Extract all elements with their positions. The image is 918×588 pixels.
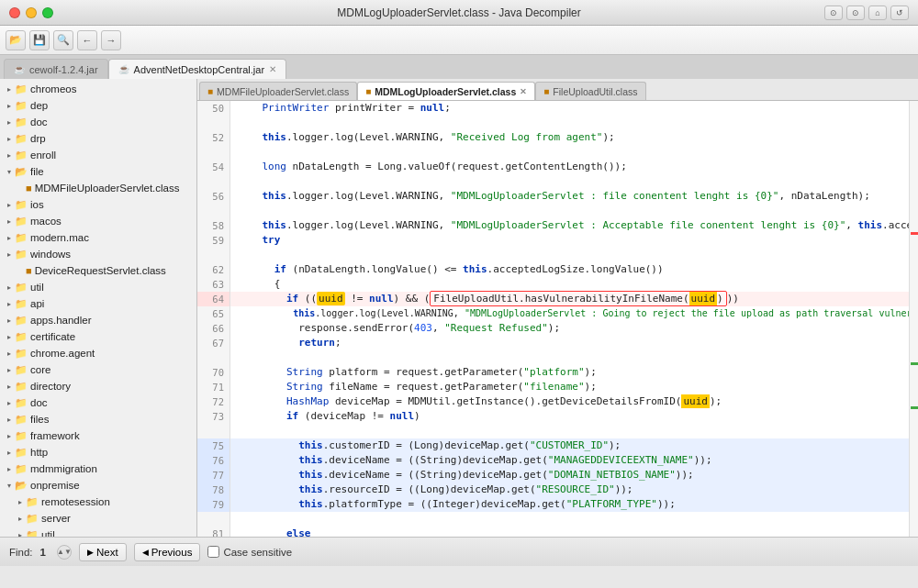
file-tab-fileupload[interactable]: ■ FileUploadUtil.class bbox=[535, 82, 645, 100]
tree-arrow: ▸ bbox=[4, 333, 15, 341]
tree-arrow: ▸ bbox=[4, 151, 15, 160]
sidebar-item-macos[interactable]: ▸📁macos bbox=[0, 213, 196, 229]
line-content: HashMap deviceMap = MDMUtil.getInstance(… bbox=[230, 394, 729, 409]
sidebar-item-directory[interactable]: ▸📁directory bbox=[0, 378, 196, 394]
toolbar-back[interactable]: ← bbox=[77, 30, 97, 50]
sidebar-item-doc2[interactable]: ▸📁doc bbox=[0, 394, 196, 411]
sidebar[interactable]: ▸📁chromeos▸📁dep▸📁doc▸📁drp▸📁enroll▾📂file■… bbox=[0, 79, 197, 537]
line-content: this.customerID = (Long)deviceMap.get("C… bbox=[230, 438, 628, 453]
minimize-button[interactable] bbox=[26, 7, 37, 18]
line-num bbox=[197, 424, 230, 438]
sidebar-item-api[interactable]: ▸📁api bbox=[0, 295, 196, 312]
maximize-button[interactable] bbox=[42, 7, 53, 18]
sidebar-item-doc[interactable]: ▸📁doc bbox=[0, 114, 196, 130]
sidebar-item-DeviceRequestServlet[interactable]: ■DeviceRequestServlet.class bbox=[0, 262, 196, 279]
line-content: if (nDataLength.longValue() <= this.acce… bbox=[230, 262, 671, 277]
code-scroll[interactable]: 50 PrintWriter printWriter = null; 52 th… bbox=[197, 101, 918, 537]
line-num bbox=[197, 204, 230, 218]
line-num: 59 bbox=[197, 233, 230, 248]
sidebar-item-label: dep bbox=[30, 100, 48, 111]
sidebar-item-chromeos[interactable]: ▸📁chromeos bbox=[0, 81, 196, 97]
line-num: 62 bbox=[197, 262, 230, 277]
sidebar-item-windows[interactable]: ▸📁windows bbox=[0, 246, 196, 262]
sidebar-item-drp[interactable]: ▸📁drp bbox=[0, 130, 196, 147]
toolbar-fwd[interactable]: → bbox=[101, 30, 121, 50]
folder-icon: 📁 bbox=[15, 116, 28, 128]
sidebar-item-framework[interactable]: ▸📁framework bbox=[0, 427, 196, 444]
line-content: if ((uuid != null) && (FileUploadUtil.ha… bbox=[230, 292, 746, 306]
file-tab-mdmlog-close[interactable]: ✕ bbox=[520, 87, 527, 96]
prev-button[interactable]: ◀ Previous bbox=[134, 543, 201, 561]
sidebar-item-enroll[interactable]: ▸📁enroll bbox=[0, 147, 196, 163]
class-icon-3: ■ bbox=[543, 86, 549, 96]
line-num: 79 bbox=[197, 497, 230, 512]
folder-icon: 📁 bbox=[26, 496, 39, 508]
line-content: if (deviceMap != null) bbox=[230, 409, 428, 424]
code-line-65: 65 this.logger.log(Level.WARNING, "MDMLo… bbox=[197, 306, 918, 321]
sidebar-item-files[interactable]: ▸📁files bbox=[0, 411, 196, 427]
tree-arrow: ▸ bbox=[4, 85, 15, 94]
line-num: 63 bbox=[197, 277, 230, 292]
tab-adventnet-close[interactable]: ✕ bbox=[269, 64, 276, 74]
nav-home[interactable]: ⌂ bbox=[868, 6, 887, 20]
code-line-72: 72 HashMap deviceMap = MDMUtil.getInstan… bbox=[197, 394, 918, 409]
folder-icon: 📁 bbox=[15, 463, 28, 475]
sidebar-item-label: remotesession bbox=[41, 496, 110, 507]
case-sensitive-input[interactable] bbox=[207, 546, 219, 558]
sidebar-item-file[interactable]: ▾📂file bbox=[0, 163, 196, 180]
sidebar-item-label: api bbox=[30, 298, 44, 309]
tree-arrow: ▸ bbox=[4, 383, 15, 391]
toolbar-save[interactable]: 💾 bbox=[29, 30, 50, 50]
sidebar-item-apps.handler[interactable]: ▸📁apps.handler bbox=[0, 312, 196, 328]
sidebar-item-label: MDMFileUploaderServlet.class bbox=[35, 183, 180, 194]
nav-fwd[interactable]: ⊙ bbox=[846, 6, 865, 20]
spinner: ▲▼ bbox=[57, 545, 72, 560]
code-line-78: 78 this.resourceID = ((Long)deviceMap.ge… bbox=[197, 483, 918, 497]
sidebar-item-mdmmigration[interactable]: ▸📁mdmmigration bbox=[0, 460, 196, 477]
sidebar-item-server[interactable]: ▸📁server bbox=[0, 510, 196, 527]
sidebar-item-http[interactable]: ▸📁http bbox=[0, 444, 196, 460]
toolbar-search[interactable]: 🔍 bbox=[53, 30, 73, 50]
sidebar-item-util2[interactable]: ▸📁util bbox=[0, 527, 196, 537]
line-num: 76 bbox=[197, 453, 230, 468]
sidebar-item-ios[interactable]: ▸📁ios bbox=[0, 196, 196, 213]
file-tab-mdmfile[interactable]: ■ MDMFileUploaderServlet.class bbox=[199, 82, 357, 100]
sidebar-item-chrome.agent[interactable]: ▸📁chrome.agent bbox=[0, 345, 196, 361]
close-button[interactable] bbox=[9, 7, 20, 18]
code-line-71: 71 String fileName = request.getParamete… bbox=[197, 380, 918, 394]
sidebar-item-certificate[interactable]: ▸📁certificate bbox=[0, 328, 196, 345]
main-area: ▸📁chromeos▸📁dep▸📁doc▸📁drp▸📁enroll▾📂file■… bbox=[0, 79, 918, 537]
sidebar-item-remotesession[interactable]: ▸📁remotesession bbox=[0, 494, 196, 510]
line-content: response.sendError(403, "Request Refused… bbox=[230, 321, 567, 336]
line-content: this.platformType = ((Integer)deviceMap.… bbox=[230, 497, 683, 512]
nav-back[interactable]: ⊙ bbox=[824, 6, 843, 20]
tree-arrow: ▸ bbox=[4, 399, 15, 407]
toolbar-open[interactable]: 📂 bbox=[6, 30, 26, 50]
line-num bbox=[197, 145, 230, 160]
folder-icon: 📁 bbox=[15, 199, 28, 211]
next-label: Next bbox=[96, 547, 118, 558]
toolbar-nav: ⊙ ⊙ ⌂ ↺ bbox=[824, 6, 909, 20]
line-content: String fileName = request.getParameter("… bbox=[230, 380, 604, 394]
next-button[interactable]: ▶ Next bbox=[79, 543, 127, 561]
sidebar-item-modern.mac[interactable]: ▸📁modern.mac bbox=[0, 229, 196, 246]
folder-icon: 📁 bbox=[15, 397, 28, 409]
nav-refresh[interactable]: ↺ bbox=[890, 6, 909, 20]
sidebar-item-dep[interactable]: ▸📁dep bbox=[0, 97, 196, 114]
file-tab-mdmlog[interactable]: ■ MDMLogUploaderServlet.class ✕ bbox=[357, 82, 535, 100]
tab-adventnet[interactable]: ☕ AdventNetDesktopCentral.jar ✕ bbox=[108, 59, 286, 79]
sidebar-item-label: DeviceRequestServlet.class bbox=[35, 265, 166, 276]
line-content: PrintWriter printWriter = null; bbox=[230, 101, 458, 116]
sidebar-item-core[interactable]: ▸📁core bbox=[0, 361, 196, 378]
sidebar-item-MDMFileUploaderServlet[interactable]: ■MDMFileUploaderServlet.class bbox=[0, 180, 196, 196]
line-num: 54 bbox=[197, 160, 230, 174]
tree-arrow: ▸ bbox=[4, 316, 15, 325]
sidebar-item-onpremise[interactable]: ▾📂onpremise bbox=[0, 477, 196, 494]
line-num: 50 bbox=[197, 101, 230, 116]
tab-cewolf[interactable]: ☕ cewolf-1.2.4.jar bbox=[4, 59, 108, 79]
tree-arrow: ▸ bbox=[4, 416, 15, 424]
line-content: this.deviceName = ((String)deviceMap.get… bbox=[230, 468, 701, 483]
sidebar-item-util[interactable]: ▸📁util bbox=[0, 279, 196, 295]
case-sensitive-checkbox[interactable]: Case sensitive bbox=[207, 546, 292, 558]
tree-arrow: ▸ bbox=[4, 217, 15, 226]
